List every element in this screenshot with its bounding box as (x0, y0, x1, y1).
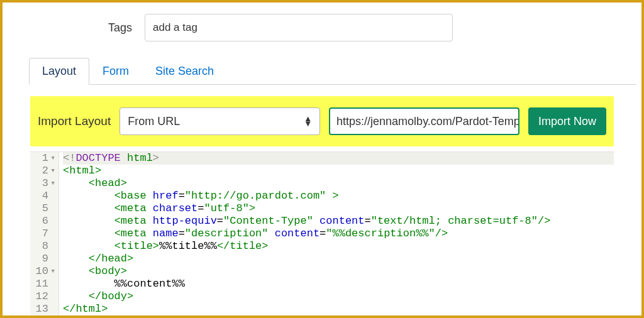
code-line[interactable]: %%content%% (63, 278, 614, 290)
editor-gutter: 1▼2▼3▼45678910▼11121314 (30, 152, 59, 318)
select-arrows-icon: ▲▼ (304, 116, 312, 126)
gutter-line: 2▼ (34, 165, 55, 177)
gutter-line: 11 (34, 278, 55, 290)
fold-icon[interactable]: ▼ (50, 165, 55, 177)
code-line[interactable]: </body> (63, 290, 614, 303)
gutter-line: 6 (34, 215, 55, 228)
gutter-line: 3▼ (34, 177, 55, 190)
gutter-line: 1▼ (34, 152, 55, 165)
gutter-line: 13 (34, 303, 55, 315)
gutter-line: 8 (34, 240, 55, 253)
tags-label: Tags (108, 21, 132, 35)
code-line[interactable]: <meta http-equiv="Content-Type" content=… (63, 215, 614, 228)
tab-site-search[interactable]: Site Search (142, 58, 227, 85)
code-line[interactable]: <meta name="description" content="%%desc… (63, 228, 614, 240)
tags-row: Tags (108, 14, 636, 41)
code-line[interactable]: </head> (63, 253, 614, 265)
gutter-line: 12 (34, 290, 55, 303)
gutter-line: 10▼ (34, 265, 55, 278)
import-source-select[interactable]: From URL ▲▼ (119, 107, 320, 135)
code-line[interactable]: <base href="http://go.pardot.com" > (63, 190, 614, 202)
import-layout-label: Import Layout (38, 114, 111, 128)
code-line[interactable]: <head> (63, 177, 614, 190)
fold-icon[interactable]: ▼ (50, 177, 55, 190)
code-line[interactable] (63, 315, 614, 318)
import-source-value: From URL (128, 115, 180, 128)
gutter-line: 14 (34, 315, 55, 318)
tabs: Layout Form Site Search (29, 58, 636, 85)
gutter-line: 7 (34, 228, 55, 240)
tab-layout[interactable]: Layout (29, 58, 89, 85)
tab-form[interactable]: Form (89, 58, 142, 85)
import-layout-bar: Import Layout From URL ▲▼ https://jennam… (30, 96, 614, 146)
code-editor[interactable]: 1▼2▼3▼45678910▼11121314 <!DOCTYPE html><… (30, 151, 614, 318)
code-line[interactable]: <title>%%title%%</title> (63, 240, 614, 253)
gutter-line: 9 (34, 253, 55, 265)
fold-icon[interactable]: ▼ (50, 265, 55, 278)
code-line[interactable]: <html> (63, 165, 614, 177)
code-line[interactable]: <body> (63, 265, 614, 278)
import-now-button[interactable]: Import Now (528, 107, 606, 135)
tags-input[interactable] (145, 14, 453, 41)
gutter-line: 4 (34, 190, 55, 202)
code-line[interactable]: <meta charset="utf-8"> (63, 202, 614, 215)
code-line[interactable]: </html> (63, 303, 614, 315)
import-url-input[interactable]: https://jennamolby.com/Pardot-Templ (329, 107, 519, 135)
gutter-line: 5 (34, 202, 55, 215)
code-line[interactable]: <!DOCTYPE html> (63, 152, 614, 165)
editor-code[interactable]: <!DOCTYPE html><html> <head> <base href=… (59, 152, 614, 318)
fold-icon[interactable]: ▼ (50, 152, 55, 165)
